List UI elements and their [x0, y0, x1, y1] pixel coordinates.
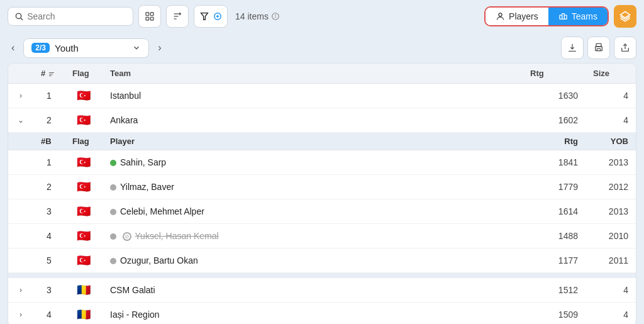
search-icon: [14, 11, 23, 21]
grid-icon: [145, 11, 155, 21]
player-yob: 2013: [586, 150, 636, 175]
col-team: Team: [103, 64, 523, 84]
col-yob: YOB: [586, 133, 636, 150]
category-name: Youth: [55, 43, 127, 53]
team-size: 4: [586, 278, 636, 303]
player-board: 2: [33, 175, 65, 199]
player-row: 5 🇹🇷 Ozugur, Bartu Okan 1177 2011: [8, 249, 636, 273]
teams-view-button[interactable]: Teams: [548, 8, 608, 25]
player-row: 1 🇹🇷 Sahin, Sarp 1841 2013: [8, 150, 636, 175]
share-icon: [620, 43, 630, 53]
svg-point-15: [275, 14, 276, 15]
col-player: Player: [103, 133, 523, 150]
player-flag: 🇹🇷: [65, 249, 103, 273]
col-rank: #: [33, 64, 65, 84]
category-selector[interactable]: 2/3 Youth: [23, 38, 149, 58]
print-button[interactable]: [587, 36, 610, 59]
player-rtg: 1177: [523, 249, 586, 273]
next-category-button[interactable]: ›: [154, 41, 165, 55]
chevron-down-icon: [132, 43, 141, 52]
layers-button[interactable]: [614, 5, 636, 28]
team-rank: 2: [33, 108, 65, 133]
info-icon: [271, 12, 280, 21]
team-size: 4: [586, 108, 636, 133]
player-name: Celebi, Mehmet Alper: [103, 199, 523, 224]
player-name: ⊘ Yuksel, Hasan Kemal: [103, 224, 523, 249]
search-box[interactable]: [8, 7, 133, 26]
player-rtg: 1779: [523, 175, 586, 199]
team-flag: 🇷🇴: [65, 278, 103, 303]
svg-rect-3: [150, 13, 153, 16]
col-board: #B: [33, 133, 65, 150]
player-row: 2 🇹🇷 Yilmaz, Baver 1779 2012: [8, 175, 636, 199]
expand-button[interactable]: ›: [8, 278, 33, 303]
top-bar: 14 items Players Teams: [0, 0, 644, 33]
svg-rect-21: [596, 43, 601, 47]
grid-view-button[interactable]: [138, 5, 161, 28]
table-row: › 4 🇷🇴 Iași - Region 1509 4: [8, 303, 636, 325]
filter-icon: [199, 11, 209, 21]
svg-point-0: [16, 13, 21, 18]
status-dot: [110, 184, 116, 191]
sort-col-icon: [48, 70, 55, 78]
print-icon: [594, 43, 604, 53]
share-button[interactable]: [614, 36, 636, 59]
add-filter-icon: [213, 12, 222, 21]
sort-button[interactable]: [166, 5, 189, 28]
svg-rect-2: [146, 13, 149, 16]
team-rtg: 1509: [523, 303, 586, 325]
team-rank: 3: [33, 278, 65, 303]
team-flag: 🇹🇷: [65, 84, 103, 108]
player-name: Yilmaz, Baver: [103, 175, 523, 199]
player-board: 4: [33, 224, 65, 249]
player-row: 3 🇹🇷 Celebi, Mehmet Alper 1614 2013: [8, 199, 636, 224]
search-input[interactable]: [27, 11, 126, 21]
table-row: ⌄ 2 🇹🇷 Ankara 1602 4: [8, 108, 636, 133]
status-dot: [110, 233, 116, 240]
player-flag: 🇹🇷: [65, 224, 103, 249]
status-dot: [110, 160, 116, 166]
team-rtg: 1602: [523, 108, 586, 133]
main-table-container: # Flag Team Rtg Size › 1 🇹🇷 Istanbul 163…: [8, 63, 636, 324]
team-rtg: 1630: [523, 84, 586, 108]
col-size: Size: [586, 64, 636, 84]
col-rtg: Rtg: [523, 64, 586, 84]
download-icon: [567, 43, 577, 53]
svg-line-1: [21, 18, 23, 20]
player-flag: 🇹🇷: [65, 150, 103, 175]
players-view-button[interactable]: Players: [486, 8, 548, 25]
team-name: Iași - Region: [103, 303, 523, 325]
team-rtg: 1512: [523, 278, 586, 303]
player-name: Ozugur, Bartu Okan: [103, 249, 523, 273]
player-yob: 2012: [586, 175, 636, 199]
svg-rect-19: [564, 15, 567, 19]
team-name: Istanbul: [103, 84, 523, 108]
expand-button[interactable]: ›: [8, 84, 33, 108]
expand-button[interactable]: ⌄: [8, 108, 33, 133]
prev-category-button[interactable]: ‹: [8, 41, 18, 55]
team-rank: 4: [33, 303, 65, 325]
player-board: 5: [33, 249, 65, 273]
col-flag-sub: Flag: [65, 133, 103, 150]
items-count: 14 items: [235, 11, 280, 21]
player-flag: 🇹🇷: [65, 199, 103, 224]
team-rank: 1: [33, 84, 65, 108]
player-yob: 2011: [586, 249, 636, 273]
download-button[interactable]: [561, 36, 584, 59]
no-entry-icon: ⊘: [123, 232, 131, 241]
team-name: Ankara: [103, 108, 523, 133]
players-label: Players: [509, 11, 538, 21]
col-rtg-sub: Rtg: [523, 133, 586, 150]
svg-rect-23: [597, 48, 600, 50]
player-board: 3: [33, 199, 65, 224]
table-row: › 3 🇷🇴 CSM Galati 1512 4: [8, 278, 636, 303]
expand-button[interactable]: ›: [8, 303, 33, 325]
teams-icon: [558, 12, 568, 21]
status-dot: [110, 209, 116, 215]
player-yob: 2013: [586, 199, 636, 224]
teams-label: Teams: [572, 11, 597, 21]
filter-group[interactable]: [194, 5, 228, 28]
team-size: 4: [586, 84, 636, 108]
section-separator: [8, 273, 636, 279]
person-icon: [496, 12, 505, 21]
